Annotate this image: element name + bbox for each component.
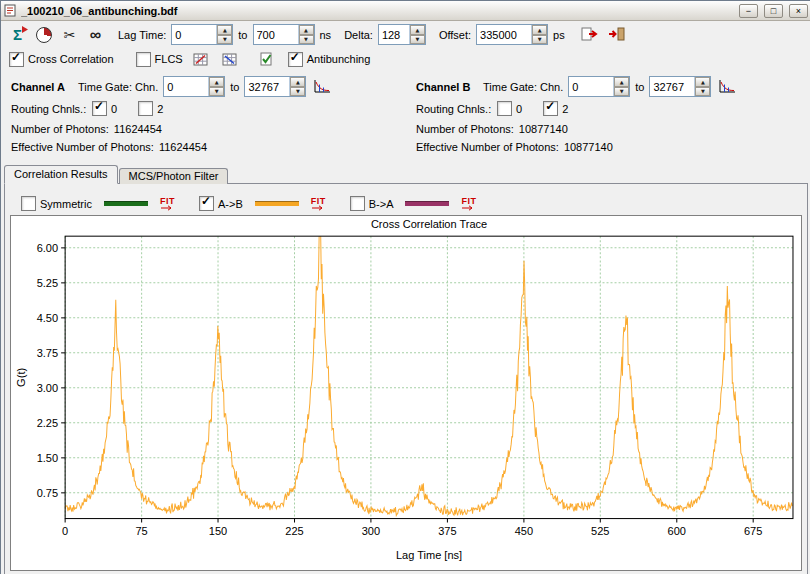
options-bar: Cross Correlation FLCS Antibunching (1, 48, 810, 70)
fit-button-b-to-a[interactable]: FIT (461, 197, 476, 211)
tab-mcs-photon-filter[interactable]: MCS/Photon Filter (119, 168, 229, 184)
lag-time-label: Lag Time: (118, 29, 166, 41)
fit-button-symmetric[interactable]: FIT (160, 197, 175, 211)
channel-settings: Channel A Time Gate: Chn. ▲▼ to ▲▼ Routi… (1, 70, 810, 162)
tab-bar: Correlation Results MCS/Photon Filter (1, 164, 810, 184)
delta-up-button[interactable]: ▲ (410, 25, 425, 35)
gate-to-spinner-a: ▲▼ (244, 76, 306, 97)
gate-to-input-b[interactable] (650, 77, 694, 96)
routing-2-checkbox-a[interactable]: 2 (138, 101, 163, 116)
checkbox-box (136, 52, 151, 67)
checkbox-box (9, 52, 24, 67)
gate-to-down-button-a[interactable]: ▼ (290, 87, 305, 97)
a-to-b-checkbox[interactable]: A->B (199, 196, 243, 211)
close-button[interactable]: × (789, 4, 808, 18)
gate-from-up-button-a[interactable]: ▲ (209, 77, 224, 87)
ns-unit-label: ns (320, 29, 332, 41)
maximize-button[interactable]: □ (764, 4, 783, 18)
antibunching-label: Antibunching (307, 53, 371, 65)
time-gate-graph-icon-a[interactable] (311, 77, 332, 97)
flcs-matrix-icon[interactable] (220, 49, 241, 69)
lag-from-up-button[interactable]: ▲ (217, 25, 232, 35)
offset-label: Offset: (439, 29, 471, 41)
gate-to-spinner-b: ▲▼ (649, 76, 711, 97)
pie-chart-icon[interactable] (33, 25, 54, 45)
gate-to-input-a[interactable] (245, 77, 289, 96)
gate-to-up-button-b[interactable]: ▲ (695, 77, 710, 87)
chart-area: 0751502253003754505256006750.751.502.253… (10, 215, 802, 571)
infinity-icon[interactable]: ∞ (85, 25, 106, 45)
checkbox-box (138, 101, 153, 116)
checkbox-box (543, 101, 558, 116)
app-window: _100210_06_antibunching.bdf − □ × Σ ✂ ∞ … (0, 0, 810, 574)
photons-value-a: 11624454 (114, 123, 162, 135)
svg-text:0: 0 (62, 525, 68, 537)
routing-2-checkbox-b[interactable]: 2 (543, 101, 568, 116)
svg-text:2.25: 2.25 (37, 417, 58, 429)
ps-unit-label: ps (553, 29, 565, 41)
gate-from-input-b[interactable] (569, 77, 613, 96)
channel-b-title: Channel B (416, 81, 478, 93)
gate-to-up-button-a[interactable]: ▲ (290, 77, 305, 87)
routing-0-checkbox-a[interactable]: 0 (92, 101, 117, 116)
flcs-pattern-icon[interactable] (191, 49, 212, 69)
gate-from-spinner-a: ▲▼ (163, 76, 225, 97)
svg-text:5.25: 5.25 (37, 277, 58, 289)
offset-down-button[interactable]: ▼ (532, 35, 547, 45)
gate-from-down-button-a[interactable]: ▼ (209, 87, 224, 97)
correlation-results-panel: Symmetric FIT A->B FIT (4, 183, 808, 574)
offset-input[interactable] (477, 25, 531, 44)
fit-arrow-icon (311, 205, 326, 211)
time-gate-graph-icon-b[interactable] (716, 77, 737, 97)
svg-text:600: 600 (668, 525, 686, 537)
gate-from-input-a[interactable] (164, 77, 208, 96)
tab-correlation-results[interactable]: Correlation Results (4, 165, 118, 184)
svg-text:4.50: 4.50 (37, 312, 58, 324)
lag-from-input[interactable] (172, 25, 216, 44)
cross-correlation-checkbox[interactable]: Cross Correlation (9, 52, 114, 67)
lag-to-up-button[interactable]: ▲ (299, 25, 314, 35)
apply-filter-icon[interactable] (257, 49, 278, 69)
photons-value-b: 10877140 (519, 123, 568, 135)
delta-down-button[interactable]: ▼ (410, 35, 425, 45)
correlate-icon[interactable]: Σ (7, 25, 28, 45)
lag-to-input[interactable] (254, 25, 298, 44)
cut-icon[interactable]: ✂ (59, 25, 80, 45)
delta-input[interactable] (379, 25, 409, 44)
svg-text:Cross Correlation Trace: Cross Correlation Trace (371, 218, 487, 230)
svg-text:375: 375 (438, 525, 456, 537)
correlation-chart[interactable]: 0751502253003754505256006750.751.502.253… (11, 216, 801, 570)
checkbox-box (21, 196, 36, 211)
routing-label-b: Routing Chnls.: (416, 103, 492, 115)
exit-icon[interactable] (606, 25, 627, 45)
gate-from-up-button-b[interactable]: ▲ (614, 77, 629, 87)
b-to-a-line-swatch (405, 201, 449, 206)
svg-text:450: 450 (515, 525, 533, 537)
lag-from-spinner: ▲▼ (171, 24, 233, 45)
trace-legend: Symmetric FIT A->B FIT (5, 184, 807, 215)
svg-text:525: 525 (591, 525, 609, 537)
run-arrow-icon (22, 26, 28, 33)
lag-from-down-button[interactable]: ▼ (217, 35, 232, 45)
b-to-a-checkbox[interactable]: B->A (350, 196, 394, 211)
fit-button-a-to-b[interactable]: FIT (311, 197, 326, 211)
symmetric-checkbox[interactable]: Symmetric (21, 196, 92, 211)
antibunching-checkbox[interactable]: Antibunching (288, 52, 371, 67)
svg-text:0.75: 0.75 (37, 487, 58, 499)
flcs-label: FLCS (155, 53, 183, 65)
gate-from-down-button-b[interactable]: ▼ (614, 87, 629, 97)
lag-to-down-button[interactable]: ▼ (299, 35, 314, 45)
flcs-checkbox[interactable]: FLCS (136, 52, 183, 67)
minimize-button[interactable]: − (739, 4, 758, 18)
document-icon (4, 4, 17, 17)
checkbox-box (92, 101, 107, 116)
export-icon[interactable] (580, 25, 601, 45)
channel-a-title: Channel A (11, 81, 73, 93)
gate-to-down-button-b[interactable]: ▼ (695, 87, 710, 97)
svg-text:150: 150 (209, 525, 227, 537)
routing-0-checkbox-b[interactable]: 0 (497, 101, 522, 116)
routing-label-a: Routing Chnls.: (11, 103, 87, 115)
fit-arrow-icon (461, 205, 476, 211)
checkbox-box (288, 52, 303, 67)
offset-up-button[interactable]: ▲ (532, 25, 547, 35)
